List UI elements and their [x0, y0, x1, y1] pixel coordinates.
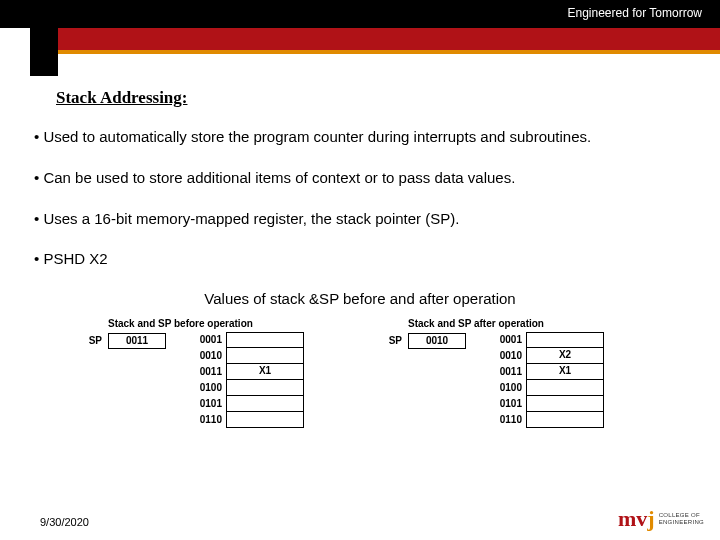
mem-addr: 0001 [490, 332, 526, 348]
memory-table-after: 0001 0010X2 0011X1 0100 0101 0110 [490, 332, 604, 428]
sp-box: 0011 [108, 333, 166, 349]
mem-cell [526, 332, 604, 348]
mem-addr: 0110 [190, 412, 226, 428]
mem-addr: 0101 [490, 396, 526, 412]
mem-cell [226, 396, 304, 412]
mem-cell [226, 332, 304, 348]
bullet-item: • Used to automatically store the progra… [34, 128, 694, 147]
bullet-item: • Can be used to store additional items … [34, 169, 694, 188]
mem-addr: 0011 [190, 364, 226, 380]
after-title: Stack and SP after operation [408, 318, 660, 329]
memory-table-before: 0001 0010 0011X1 0100 0101 0110 [190, 332, 304, 428]
mem-addr: 0010 [490, 348, 526, 364]
before-title: Stack and SP before operation [108, 318, 360, 329]
bullet-item: • PSHD X2 [34, 250, 694, 269]
sp-label: SP [60, 333, 108, 346]
header-orange-bar [30, 50, 720, 54]
bullet-item: • Uses a 16-bit memory-mapped register, … [34, 210, 694, 229]
mem-cell [226, 412, 304, 428]
mem-addr: 0100 [490, 380, 526, 396]
bullet-list: • Used to automatically store the progra… [34, 128, 694, 291]
header-black-tab [30, 28, 58, 76]
logo-text: COLLEGE OFENGINEERING [659, 512, 704, 525]
mem-addr: 0011 [490, 364, 526, 380]
before-side: Stack and SP before operation SP 0011 00… [60, 318, 360, 349]
logo-mark: mvj [618, 506, 655, 532]
header-red-bar [30, 28, 720, 50]
mem-cell [526, 412, 604, 428]
mem-addr: 0010 [190, 348, 226, 364]
mem-cell [226, 348, 304, 364]
logo: mvj COLLEGE OFENGINEERING [618, 506, 704, 532]
mem-addr: 0001 [190, 332, 226, 348]
mem-cell: X2 [526, 348, 604, 364]
after-side: Stack and SP after operation SP 0010 000… [360, 318, 660, 349]
diagram-caption: Values of stack &SP before and after ope… [0, 290, 720, 307]
slide: Engineered for Tomorrow Stack Addressing… [0, 0, 720, 540]
mem-cell [226, 380, 304, 396]
mem-cell: X1 [526, 364, 604, 380]
tagline: Engineered for Tomorrow [567, 6, 702, 20]
mem-addr: 0101 [190, 396, 226, 412]
mem-cell [526, 380, 604, 396]
mem-addr: 0100 [190, 380, 226, 396]
mem-cell [526, 396, 604, 412]
sp-label: SP [360, 333, 408, 346]
sp-box: 0010 [408, 333, 466, 349]
slide-title: Stack Addressing: [56, 88, 187, 108]
mem-cell: X1 [226, 364, 304, 380]
mem-addr: 0110 [490, 412, 526, 428]
slide-date: 9/30/2020 [40, 516, 89, 528]
